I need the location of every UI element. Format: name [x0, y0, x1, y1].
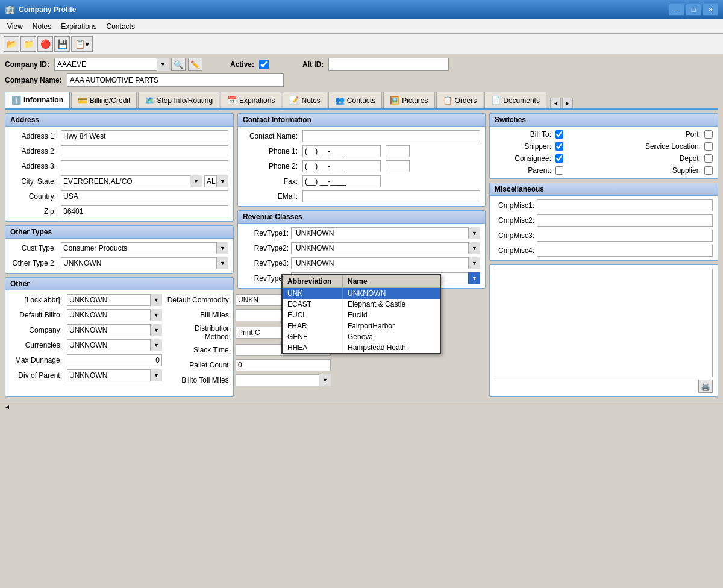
- email-label: EMail:: [243, 192, 300, 201]
- company-select[interactable]: UNKNOWN: [67, 324, 162, 336]
- open-button[interactable]: 📂: [4, 36, 19, 52]
- revtype4-dropdown[interactable]: Abbreviation Name UNK UNKNOWN ECAST Elep…: [281, 274, 441, 354]
- port-checkbox[interactable]: [704, 130, 713, 139]
- zip-input[interactable]: [61, 205, 228, 217]
- address1-input[interactable]: [61, 130, 228, 142]
- dropdown-row-gene[interactable]: GENE Geneva: [283, 331, 440, 342]
- revtype1-select[interactable]: UNKNOWN: [291, 227, 480, 239]
- menu-item-view[interactable]: View: [2, 21, 28, 32]
- bill-to-checkbox[interactable]: [555, 130, 563, 139]
- revtype3-select[interactable]: UNKNOWN: [291, 257, 480, 269]
- other-panel: Other [Lock abbr]: UNKNOWN ▼: [5, 277, 234, 397]
- phone1-input[interactable]: [302, 145, 381, 157]
- service-location-checkbox[interactable]: [704, 142, 713, 151]
- tab-orders[interactable]: 📋 Orders: [436, 92, 484, 108]
- supplier-checkbox[interactable]: [704, 166, 713, 175]
- tab-pictures-icon: 🖼️: [390, 96, 399, 105]
- consignee-label: Consignee:: [495, 154, 555, 163]
- misc-panel: Miscellaneous CmpMisc1: CmpMisc2: CmpMis…: [489, 183, 718, 261]
- div-of-parent-select[interactable]: UNKNOWN: [67, 369, 162, 381]
- address3-input[interactable]: [61, 160, 228, 172]
- save1-button[interactable]: 🔴: [37, 36, 53, 52]
- menu-item-expirations[interactable]: Expirations: [56, 21, 101, 32]
- phone1-ext[interactable]: [386, 145, 410, 157]
- other-type2-select[interactable]: UNKNOWN: [61, 257, 228, 269]
- shipper-checkbox[interactable]: [555, 142, 563, 151]
- open2-button[interactable]: 📁: [20, 36, 36, 52]
- phone2-ext[interactable]: [386, 160, 410, 172]
- fax-input[interactable]: [302, 175, 381, 187]
- dist-method-label: Distribution Method:: [167, 324, 233, 341]
- cmpmisc2-label: CmpMisc2:: [495, 216, 537, 225]
- cmpmisc4-input[interactable]: [537, 245, 713, 257]
- tab-expirations[interactable]: 📅 Expirations: [221, 92, 281, 108]
- dropdown-row-ecast[interactable]: ECAST Elephant & Castle: [283, 299, 440, 310]
- tab-scroll-right[interactable]: ►: [562, 98, 573, 108]
- city-select[interactable]: EVERGREEN,AL/CO: [61, 175, 202, 187]
- save3-button[interactable]: 📋▾: [71, 36, 93, 52]
- switches-panel-header: Switches: [490, 114, 718, 127]
- dropdown-name-hhea: Hampstead Heath: [343, 342, 440, 353]
- company-name-input[interactable]: [67, 74, 284, 87]
- company-id-label: Company ID:: [5, 60, 49, 69]
- parent-checkbox[interactable]: [555, 166, 563, 175]
- max-dunnage-input[interactable]: [67, 354, 162, 366]
- lookup-button[interactable]: 🔍: [171, 58, 186, 71]
- currencies-select[interactable]: UNKNOWN: [67, 339, 162, 351]
- menu-item-notes[interactable]: Notes: [28, 21, 56, 32]
- dropdown-name-fhar: FairportHarbor: [343, 321, 440, 331]
- cmpmisc1-input[interactable]: [537, 199, 713, 211]
- menu-item-contacts[interactable]: Contacts: [102, 21, 140, 32]
- cmpmisc2-input[interactable]: [537, 214, 713, 227]
- email-input[interactable]: [302, 190, 480, 202]
- notes-textarea[interactable]: [495, 269, 713, 377]
- lock-abbr-label: [Lock abbr]:: [10, 296, 64, 304]
- address-panel-header: Address: [5, 114, 233, 127]
- tabs-bar: ℹ️ Information 💳 Billing/Credit 🗺️ Stop …: [5, 92, 718, 110]
- tab-information[interactable]: ℹ️ Information: [5, 92, 70, 108]
- active-checkbox[interactable]: [259, 60, 269, 69]
- state-select[interactable]: AL: [204, 175, 228, 187]
- consignee-checkbox[interactable]: [555, 154, 563, 163]
- tab-billing[interactable]: 💳 Billing/Credit: [71, 92, 137, 108]
- notes-area-panel: 🖨️: [489, 264, 718, 397]
- company-id-input[interactable]: [54, 58, 169, 71]
- lock-abbr-select[interactable]: UNKNOWN: [67, 294, 162, 306]
- other-type2-label: Other Type 2:: [10, 259, 58, 267]
- tab-stop-info[interactable]: 🗺️ Stop Info/Routing: [138, 92, 219, 108]
- tab-documents[interactable]: 📄 Documents: [484, 92, 546, 108]
- port-label: Port:: [644, 130, 704, 139]
- country-input[interactable]: [61, 190, 228, 202]
- phone2-input[interactable]: [302, 160, 381, 172]
- tab-contacts[interactable]: 👥 Contacts: [328, 92, 382, 108]
- billto-toll-label: Billto Toll Miles:: [167, 376, 233, 384]
- address2-input[interactable]: [61, 145, 228, 157]
- close-icon[interactable]: ✕: [703, 4, 718, 16]
- dropdown-row-hhea[interactable]: HHEA Hampstead Heath: [283, 342, 440, 353]
- cust-type-select[interactable]: Consumer Products: [61, 242, 228, 254]
- print-button[interactable]: 🖨️: [698, 380, 713, 393]
- alt-id-input[interactable]: [328, 58, 449, 71]
- dropdown-row-fhar[interactable]: FHAR FairportHarbor: [283, 321, 440, 331]
- minimize-icon[interactable]: ─: [669, 4, 684, 16]
- dropdown-name-ecast: Elephant & Castle: [343, 299, 440, 310]
- cmpmisc3-input[interactable]: [537, 230, 713, 242]
- depot-checkbox[interactable]: [704, 154, 713, 163]
- maximize-icon[interactable]: □: [686, 4, 701, 16]
- edit-button[interactable]: ✏️: [188, 58, 202, 71]
- revtype3-label: RevType3:: [243, 259, 291, 267]
- default-billto-select[interactable]: UNKNOWN: [67, 309, 162, 321]
- switches-panel: Switches Bill To: Port: Shipper:: [489, 113, 718, 179]
- dropdown-row-unk[interactable]: UNK UNKNOWN: [283, 288, 440, 299]
- dropdown-row-eucl[interactable]: EUCL Euclid: [283, 310, 440, 321]
- save2-button[interactable]: 💾: [54, 36, 70, 52]
- tab-notes[interactable]: 📝 Notes: [283, 92, 327, 108]
- revenue-panel-header: Revenue Classes: [238, 211, 485, 224]
- scroll-left-icon[interactable]: ◄: [2, 404, 12, 410]
- revtype2-select[interactable]: UNKNOWN: [291, 242, 480, 254]
- city-state-label: City, State:: [10, 177, 58, 186]
- billto-toll-input[interactable]: [236, 374, 331, 386]
- contact-name-input[interactable]: [302, 130, 480, 142]
- tab-scroll-left[interactable]: ◄: [550, 98, 561, 108]
- tab-pictures[interactable]: 🖼️ Pictures: [383, 92, 434, 108]
